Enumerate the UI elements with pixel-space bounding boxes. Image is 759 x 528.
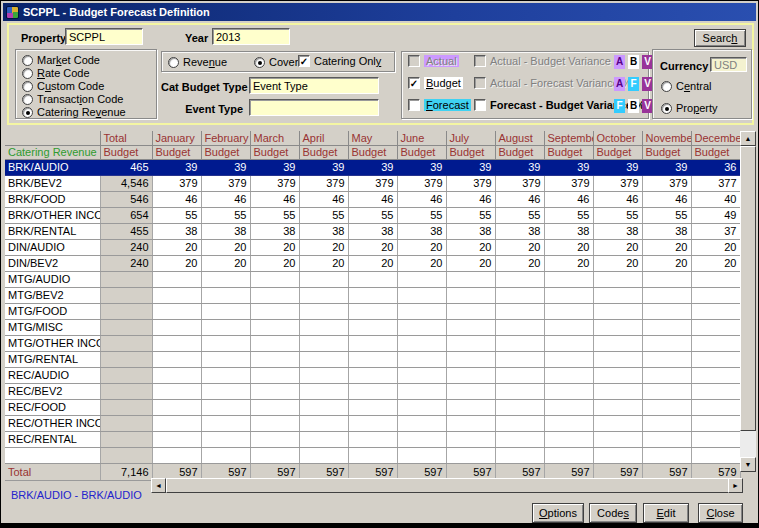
month-budget-cell[interactable]: 39 (495, 159, 544, 175)
code-type-radio-transaction-code[interactable]: Transaction Code (22, 93, 123, 105)
month-budget-cell[interactable]: 55 (642, 207, 691, 223)
month-budget-cell[interactable]: 55 (495, 207, 544, 223)
month-budget-cell[interactable]: 40 (691, 191, 740, 207)
month-budget-cell[interactable] (348, 399, 397, 415)
grid-row[interactable]: MTG/MISC (5, 319, 740, 335)
month-budget-cell[interactable] (152, 415, 201, 431)
property-radio[interactable]: Property (661, 102, 718, 114)
month-budget-cell[interactable]: 377 (691, 175, 740, 191)
month-budget-cell[interactable] (201, 383, 250, 399)
month-budget-cell[interactable] (152, 271, 201, 287)
month-budget-cell[interactable]: 55 (593, 207, 642, 223)
property-combo[interactable]: SCPPL ▼ (65, 28, 143, 45)
row-label-cell[interactable]: BRK/RENTAL (5, 223, 100, 239)
month-budget-cell[interactable] (348, 447, 397, 463)
month-budget-cell[interactable] (446, 383, 495, 399)
month-budget-cell[interactable] (201, 319, 250, 335)
month-budget-cell[interactable] (152, 303, 201, 319)
month-budget-cell[interactable]: 20 (152, 239, 201, 255)
month-budget-cell[interactable] (397, 447, 446, 463)
month-budget-cell[interactable] (152, 447, 201, 463)
code-type-radio-market-code[interactable]: Market Code (22, 54, 100, 66)
month-budget-cell[interactable] (691, 319, 740, 335)
month-budget-cell[interactable] (691, 383, 740, 399)
month-budget-cell[interactable] (348, 415, 397, 431)
grid-row[interactable]: BRK/AUDIO465393939393939393939393936 (5, 159, 740, 175)
row-label-cell[interactable]: BRK/AUDIO (5, 159, 100, 175)
month-budget-cell[interactable]: 20 (201, 255, 250, 271)
month-budget-cell[interactable] (642, 431, 691, 447)
month-budget-cell[interactable] (642, 303, 691, 319)
month-budget-cell[interactable] (152, 399, 201, 415)
grid-row[interactable]: REC/RENTAL (5, 431, 740, 447)
code-type-radio-custom-code[interactable]: Custom Code (22, 80, 104, 92)
total-cell[interactable]: 465 (100, 159, 152, 175)
total-cell[interactable] (100, 319, 152, 335)
month-budget-cell[interactable] (201, 335, 250, 351)
month-budget-cell[interactable] (397, 399, 446, 415)
month-budget-cell[interactable]: 38 (593, 223, 642, 239)
grid-row[interactable] (5, 447, 740, 463)
month-budget-cell[interactable]: 379 (201, 175, 250, 191)
month-budget-cell[interactable] (299, 383, 348, 399)
vertical-scroll-thumb[interactable] (740, 146, 756, 431)
month-budget-cell[interactable] (544, 271, 593, 287)
month-budget-cell[interactable]: 20 (642, 255, 691, 271)
month-budget-cell[interactable]: 39 (446, 159, 495, 175)
month-budget-cell[interactable] (593, 367, 642, 383)
month-budget-cell[interactable] (544, 447, 593, 463)
total-cell[interactable] (100, 447, 152, 463)
month-budget-cell[interactable]: 20 (299, 255, 348, 271)
month-budget-cell[interactable]: 38 (397, 223, 446, 239)
month-budget-cell[interactable] (152, 431, 201, 447)
month-budget-cell[interactable]: 55 (299, 207, 348, 223)
month-budget-cell[interactable] (593, 415, 642, 431)
revenue-radio[interactable]: Revenue (168, 56, 227, 68)
options-button[interactable]: Options (532, 503, 584, 523)
grid-row[interactable]: MTG/OTHER INCOME (5, 335, 740, 351)
month-budget-cell[interactable] (299, 447, 348, 463)
month-budget-cell[interactable] (397, 287, 446, 303)
month-budget-cell[interactable] (495, 271, 544, 287)
month-budget-cell[interactable] (495, 415, 544, 431)
month-budget-cell[interactable] (446, 447, 495, 463)
month-budget-cell[interactable]: 20 (593, 239, 642, 255)
month-budget-cell[interactable]: 39 (642, 159, 691, 175)
month-budget-cell[interactable] (691, 367, 740, 383)
month-budget-cell[interactable]: 20 (495, 255, 544, 271)
code-type-radio-catering-revenue[interactable]: Catering Revenue (22, 106, 126, 118)
grid-row[interactable]: REC/AUDIO (5, 367, 740, 383)
total-cell[interactable] (100, 399, 152, 415)
month-budget-cell[interactable]: 20 (446, 239, 495, 255)
month-budget-cell[interactable]: 379 (495, 175, 544, 191)
titlebar[interactable]: SCPPL - Budget Forecast Definition (3, 3, 756, 21)
total-cell[interactable] (100, 335, 152, 351)
month-budget-cell[interactable] (299, 367, 348, 383)
month-budget-cell[interactable]: 20 (348, 255, 397, 271)
total-cell[interactable] (100, 367, 152, 383)
search-button[interactable]: Search (694, 29, 746, 47)
month-budget-cell[interactable]: 20 (250, 239, 299, 255)
month-budget-cell[interactable]: 46 (299, 191, 348, 207)
month-budget-cell[interactable] (446, 303, 495, 319)
month-budget-cell[interactable] (544, 367, 593, 383)
codes-button[interactable]: Codes (589, 503, 637, 523)
grid-row[interactable]: BRK/OTHER INCOME654555555555555555555555… (5, 207, 740, 223)
month-budget-cell[interactable] (495, 399, 544, 415)
row-label-cell[interactable]: MTG/FOOD (5, 303, 100, 319)
month-budget-cell[interactable] (250, 351, 299, 367)
vertical-scrollbar[interactable]: ▲ ▼ (740, 131, 756, 472)
month-budget-cell[interactable]: 379 (593, 175, 642, 191)
month-budget-cell[interactable]: 20 (397, 239, 446, 255)
row-label-cell[interactable]: MTG/AUDIO (5, 271, 100, 287)
total-cell[interactable] (100, 351, 152, 367)
month-budget-cell[interactable]: 55 (250, 207, 299, 223)
month-budget-cell[interactable] (495, 287, 544, 303)
month-budget-cell[interactable]: 46 (348, 191, 397, 207)
month-budget-cell[interactable] (250, 287, 299, 303)
month-budget-cell[interactable] (446, 351, 495, 367)
month-budget-cell[interactable] (593, 319, 642, 335)
total-cell[interactable]: 455 (100, 223, 152, 239)
month-budget-cell[interactable] (250, 399, 299, 415)
forecast-checkbox[interactable]: Forecast (408, 99, 471, 111)
